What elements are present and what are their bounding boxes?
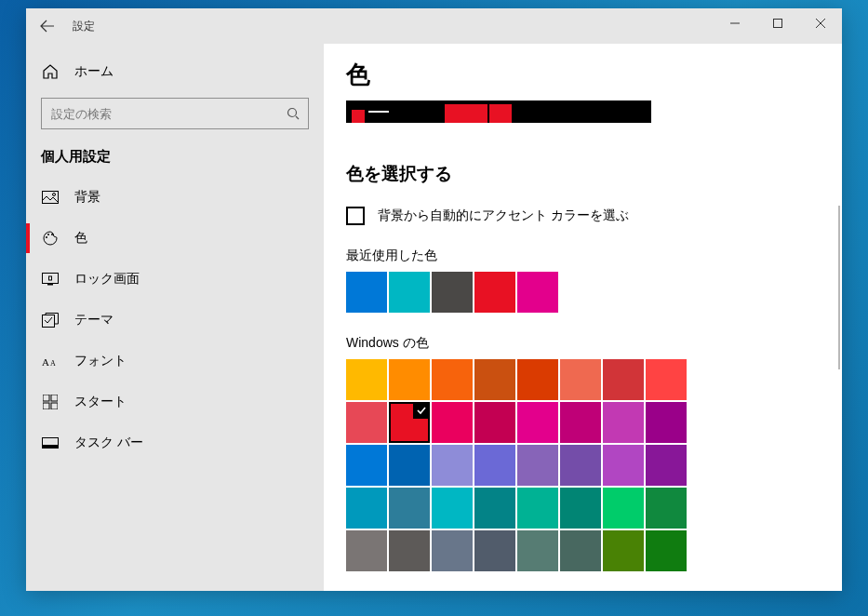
color-swatch[interactable] [389,488,430,529]
nav-label: ロック画面 [74,271,140,288]
color-swatch[interactable] [389,359,430,400]
windows-colors-grid [346,359,690,571]
color-swatch[interactable] [346,445,387,486]
page-heading: 色 [346,59,820,91]
nav-label: 背景 [74,189,100,206]
color-swatch[interactable] [646,530,687,571]
color-swatch[interactable] [474,272,515,313]
minimize-button[interactable] [714,8,756,38]
nav-label: 色 [74,230,87,247]
color-swatch[interactable] [432,530,473,571]
color-swatch[interactable] [389,530,430,571]
color-swatch[interactable] [474,359,515,400]
color-swatch[interactable] [389,402,430,443]
home-icon [41,63,60,80]
content-pane: 色 色を選択する 背景から自動的にアクセント カラーを選ぶ 最近使用した色 Wi… [324,44,842,591]
back-button[interactable] [26,8,69,44]
color-swatch[interactable] [517,488,558,529]
color-swatch[interactable] [474,445,515,486]
auto-accent-row[interactable]: 背景から自動的にアクセント カラーを選ぶ [346,207,820,225]
window-title: 設定 [73,19,95,34]
color-swatch[interactable] [560,530,601,571]
start-icon [41,395,60,409]
color-swatch[interactable] [389,445,430,486]
color-swatch[interactable] [346,272,387,313]
nav-taskbar[interactable]: タスク バー [26,422,324,463]
color-swatch[interactable] [560,488,601,529]
scrollbar[interactable] [838,206,840,369]
svg-point-1 [288,109,297,117]
settings-window: 設定 ホーム [26,8,842,591]
color-swatch[interactable] [560,445,601,486]
search-wrap [26,98,324,139]
color-swatch[interactable] [560,359,601,400]
color-swatch[interactable] [646,488,687,529]
color-swatch[interactable] [432,272,473,313]
search-input[interactable] [41,98,309,129]
color-swatch[interactable] [603,402,644,443]
color-swatch[interactable] [517,445,558,486]
color-swatch[interactable] [432,488,473,529]
color-swatch[interactable] [603,445,644,486]
color-swatch[interactable] [346,359,387,400]
minimize-icon [730,19,740,28]
nav-home[interactable]: ホーム [26,51,324,92]
color-preview [346,100,651,123]
color-swatch[interactable] [474,488,515,529]
color-swatch[interactable] [432,359,473,400]
maximize-icon [773,19,782,28]
svg-point-5 [47,234,49,235]
color-swatch[interactable] [389,272,430,313]
color-swatch[interactable] [474,402,515,443]
font-icon: AA [41,355,60,368]
color-swatch[interactable] [517,402,558,443]
color-swatch[interactable] [603,488,644,529]
maximize-button[interactable] [756,8,799,38]
nav-background[interactable]: 背景 [26,177,324,218]
nav-label: テーマ [74,312,114,328]
color-swatch[interactable] [432,445,473,486]
color-swatch[interactable] [474,530,515,571]
nav-colors[interactable]: 色 [26,218,324,259]
theme-icon [41,313,60,328]
sidebar-section-title: 個人用設定 [26,139,324,177]
color-swatch[interactable] [646,359,687,400]
color-swatch[interactable] [346,488,387,529]
picture-icon [41,191,60,204]
nav-lockscreen[interactable]: ロック画面 [26,259,324,300]
color-swatch[interactable] [517,530,558,571]
nav-themes[interactable]: テーマ [26,300,324,341]
auto-accent-checkbox[interactable] [346,207,365,225]
color-swatch[interactable] [560,402,601,443]
nav-fonts[interactable]: AA フォント [26,341,324,382]
svg-rect-18 [43,445,59,449]
auto-accent-label: 背景から自動的にアクセント カラーを選ぶ [378,208,629,224]
search-icon [287,107,300,120]
color-swatch[interactable] [646,445,687,486]
nav-start[interactable]: スタート [26,382,324,422]
color-swatch[interactable] [517,272,558,313]
svg-rect-16 [51,403,58,409]
svg-point-3 [53,194,56,196]
arrow-left-icon [40,19,55,33]
recent-colors-row [346,272,700,313]
svg-rect-9 [49,276,52,280]
palette-icon [41,230,60,247]
check-icon [413,402,430,419]
color-swatch[interactable] [346,530,387,571]
color-swatch[interactable] [603,359,644,400]
color-swatch[interactable] [517,359,558,400]
taskbar-icon [41,437,60,449]
color-swatch[interactable] [646,402,687,443]
close-button[interactable] [799,8,842,38]
svg-point-4 [46,236,47,238]
svg-rect-15 [43,403,49,409]
color-swatch[interactable] [603,530,644,571]
sidebar: ホーム 個人用設定 背景 [26,44,324,591]
color-swatch[interactable] [432,402,473,443]
svg-rect-14 [51,395,58,401]
close-icon [816,19,825,28]
titlebar: 設定 [26,8,842,44]
color-swatch[interactable] [346,402,387,443]
nav-label: タスク バー [74,435,143,451]
